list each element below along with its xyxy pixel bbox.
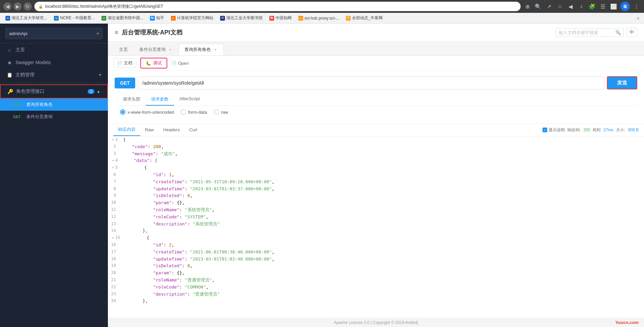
code-line: 18 "updateTime": "2023-03-01T01:03:40.00… xyxy=(108,256,644,263)
params-tabs: 请求头部 请求参数 AfterScript xyxy=(115,93,637,106)
tab-home[interactable]: 主页 xyxy=(113,44,134,55)
tab-request-headers[interactable]: 请求头部 xyxy=(117,93,146,106)
section-role-management[interactable]: 🔑 角色管理接口 2 ▲ xyxy=(0,84,108,99)
tab-afterscript[interactable]: AfterScript xyxy=(174,93,205,106)
collapse-btn[interactable]: ▾ xyxy=(111,137,115,142)
forward-button[interactable]: ▶ xyxy=(13,2,22,10)
browser-actions: ⊕ 🔍 ↗ ☆ ◀ ♪ 🧩 ☰ ⬜ 金 ⋮ xyxy=(523,2,641,11)
doc-btn[interactable]: 📄 文档 xyxy=(113,58,136,68)
bookmark-icon[interactable]: ☆ xyxy=(556,2,564,10)
doc-search-box[interactable]: 🔍 xyxy=(556,28,624,37)
window-icon[interactable]: ⬜ xyxy=(610,2,618,10)
browser-controls: ◀ ▶ ↻ xyxy=(3,2,32,10)
open-doc-icon: 📄 xyxy=(171,61,177,66)
hubei-lib2-icon: 湖 xyxy=(220,16,225,21)
api-item-page-query[interactable]: GET 条件分页查询 xyxy=(0,111,108,123)
send-button[interactable]: 发送 xyxy=(607,76,637,89)
bookmark-label: 全部动态_牛客网 xyxy=(352,15,383,21)
bookmark-hubei-univ[interactable]: H 湖北工业大学研究... xyxy=(3,14,50,22)
line-content: { xyxy=(123,136,644,143)
line-content: "message": "成功", xyxy=(121,151,644,158)
back-button[interactable]: ◀ xyxy=(3,2,11,10)
open-link[interactable]: 📄 Open xyxy=(171,61,189,66)
reload-button[interactable]: ↻ xyxy=(24,2,32,10)
line-content: { xyxy=(123,164,644,171)
header-menu-icon[interactable]: ≡ xyxy=(115,29,118,36)
line-number: 13 xyxy=(108,221,121,227)
line-number: 16 xyxy=(108,242,121,248)
show-desc-checkbox[interactable]: ✓ 显示说明 xyxy=(543,127,565,133)
tab-get-all-close[interactable]: × xyxy=(213,47,218,52)
browser-chrome: ◀ ▶ ↻ 🔒 localhost:8800/doc.html#/adminAp… xyxy=(0,0,644,13)
doc-search-icon[interactable]: 🔍 xyxy=(615,30,621,35)
url-input[interactable] xyxy=(138,77,604,89)
sidebar-item-swagger-label: Swagger Models xyxy=(16,60,101,65)
ncre-icon: N xyxy=(54,16,59,21)
collapse-btn[interactable]: ▾ xyxy=(111,165,115,170)
line-number: 7 xyxy=(108,179,121,185)
radio-raw-label: raw xyxy=(221,110,228,115)
debug-btn[interactable]: 🐛 调试 xyxy=(140,58,167,69)
role-icon: 🔑 xyxy=(7,89,13,94)
tab-raw[interactable]: Raw xyxy=(140,125,158,136)
bookmark-label: 湖北工业大学研究... xyxy=(11,15,47,21)
doc-search-input[interactable] xyxy=(559,30,615,35)
code-line: 8 "updateTime": "2023-03-01T01:03:37.000… xyxy=(108,186,644,193)
more-icon[interactable]: ⋮ xyxy=(633,2,641,10)
api-selector[interactable]: adminApi xyxy=(5,28,103,39)
plugin-icon[interactable]: 🧩 xyxy=(588,2,596,10)
share-icon[interactable]: ↗ xyxy=(545,2,553,10)
api-item-label: 查询所有角色 xyxy=(26,102,53,108)
tab-request-params[interactable]: 请求参数 xyxy=(146,93,174,106)
code-line: 20 "param": {}, xyxy=(108,270,644,277)
collapse-btn[interactable]: ▾ xyxy=(111,235,115,240)
back-icon[interactable]: ◀ xyxy=(566,2,575,10)
api-item-get-all-roles[interactable]: GET 查询所有角色 xyxy=(0,99,108,111)
line-content: "createTime": "2021-06-01T00:38:40.000+0… xyxy=(121,249,644,256)
sidebar-divider xyxy=(0,83,108,83)
tab-resp-headers[interactable]: Headers xyxy=(158,125,184,136)
translate-icon[interactable]: ⊕ xyxy=(523,2,531,10)
main-header: ≡ 后台管理系统-API文档 🔍 中 xyxy=(108,24,644,42)
line-content: "id": 2, xyxy=(121,242,644,249)
music-icon[interactable]: ♪ xyxy=(577,2,585,10)
section-badge: 2 xyxy=(88,89,94,94)
line-content: "isDeleted": 0, xyxy=(121,192,644,199)
radio-formdata[interactable]: form-data xyxy=(181,109,207,115)
footer-text: Apache License 2.0 | Copyright © 2019-Kn… xyxy=(334,320,418,325)
search-icon[interactable]: 🔍 xyxy=(534,2,542,10)
radio-raw[interactable]: raw xyxy=(214,109,228,115)
bookmark-hubei-lib2[interactable]: 湖 湖北工业大学图书馆 xyxy=(217,14,265,22)
address-bar[interactable]: 🔒 localhost:8800/doc.html#/adminApi/角色管理… xyxy=(34,2,521,11)
tab-get-all-roles[interactable]: 查询所有角色 × xyxy=(179,44,224,55)
sidebar-item-doc-management[interactable]: 📋 文档管理 ▾ xyxy=(0,69,108,81)
line-number: 22 xyxy=(108,284,121,290)
radio-urlencoded[interactable]: x-www-form-urlencoded xyxy=(120,109,174,115)
tab-curl[interactable]: Curl xyxy=(184,125,202,136)
response-area: 响应内容 Raw Headers Curl ✓ 显示说明 响应码: 200 耗时… xyxy=(108,124,644,318)
tab-page-query[interactable]: 条件分页查询 × xyxy=(134,44,179,55)
sidebar-item-home-label: 主页 xyxy=(16,47,101,53)
sidebar-item-home[interactable]: ⌂ 主页 xyxy=(0,44,108,56)
tab-response-body[interactable]: 响应内容 xyxy=(113,124,140,136)
code-line: 19 "isDeleted": 0, xyxy=(108,263,644,270)
tab-page-query-close[interactable]: × xyxy=(168,47,173,52)
bookmark-nowcoder[interactable]: 牛 全部动态_牛客网 xyxy=(343,14,385,22)
line-number: 2 xyxy=(108,143,121,150)
collapse-btn[interactable]: ▾ xyxy=(111,158,115,163)
sidebar-item-doc-label: 文档管理 xyxy=(16,72,96,78)
menu-bar-icon[interactable]: ☰ xyxy=(599,2,607,10)
bookmark-zhihu[interactable]: 知 知乎 xyxy=(147,14,167,22)
lang-btn[interactable]: 中 xyxy=(626,28,637,37)
bookmark-scihub[interactable]: sc sci-hub proxy:sci-... xyxy=(296,15,342,22)
bookmark-cs-school[interactable]: C 计算机学院官方网站 xyxy=(168,14,216,22)
sidebar-item-swagger-models[interactable]: ◈ Swagger Models xyxy=(0,56,108,69)
tab-bar: 主页 条件分页查询 × 查询所有角色 × xyxy=(108,42,644,56)
line-content: }, xyxy=(121,227,644,235)
lock-icon: 🔒 xyxy=(38,4,43,9)
bookmark-ncre[interactable]: N NCRE - 中国教育... xyxy=(51,14,97,22)
bookmarks-more-btn[interactable]: » xyxy=(635,15,641,22)
bookmark-cnki[interactable]: 知 中国知网 xyxy=(267,14,294,22)
profile-avatar[interactable]: 金 xyxy=(620,2,630,11)
bookmark-hubei-lib[interactable]: H 湖北省图书馆中国... xyxy=(99,14,146,22)
